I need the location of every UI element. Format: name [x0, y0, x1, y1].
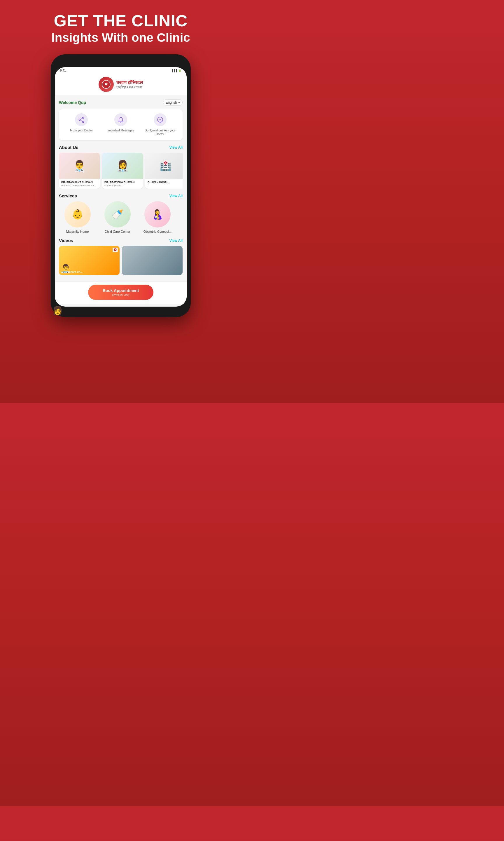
- status-time: 9:41: [60, 69, 66, 72]
- services-title: Services: [59, 193, 77, 198]
- book-appointment-button[interactable]: Book Appointment (Physical Visit): [88, 285, 154, 300]
- videos-section: Videos View All 👨‍⚕️ Dr. Prashant Ch... …: [59, 238, 183, 275]
- info-cards-container: From your Doctor Important Messages: [59, 109, 183, 140]
- hospital-name: CHAVAN HOSP...: [148, 181, 183, 184]
- video-thumb-2[interactable]: 👩: [122, 246, 183, 275]
- app-header: ❤ चव्हाण हॉस्पिटल प्रसूतिगृह व बाल रुग्ण…: [55, 74, 187, 96]
- obstetric-image: 🤱: [144, 201, 170, 227]
- book-bar: Book Appointment (Physical Visit): [55, 281, 187, 304]
- doctor-card-1[interactable]: 👨‍⚕️ DR. PRASHANT CHAVAN M.B.B.S., DCH (…: [59, 153, 100, 189]
- logo-icon: ❤: [98, 77, 114, 92]
- book-btn-sublabel: (Physical Visit): [112, 293, 129, 296]
- service-childcare[interactable]: 🍼 Child Care Center: [99, 201, 136, 233]
- about-title: About Us: [59, 145, 78, 150]
- hospital-logo: ❤ चव्हाण हॉस्पिटल प्रसूतिगृह व बाल रुग्ण…: [98, 77, 143, 92]
- childcare-label: Child Care Center: [105, 230, 130, 233]
- video2-icon: 👩: [55, 306, 63, 307]
- phone-screen: 9:41 ▐▐▐ 🔋 ❤ चव्हाण हॉस्पिटल प्रसूतिगृह …: [55, 67, 187, 307]
- hospital-desc: .: [148, 184, 183, 187]
- phone-notch: [103, 59, 138, 66]
- welcome-text: Welcome Qup: [59, 100, 86, 105]
- doctor2-image: 👩‍⚕️: [102, 153, 143, 179]
- about-section: About Us View All 👨‍⚕️ DR. PRASHANT CHAV…: [59, 145, 183, 189]
- services-section-header: Services View All: [59, 193, 183, 198]
- hospital-name-hindi: चव्हाण हॉस्पिटल: [116, 80, 143, 85]
- language-chevron: ▾: [178, 101, 180, 105]
- video1-doctor-icon: 👨‍⚕️: [61, 264, 71, 273]
- headline-main: GET THE CLINIC: [51, 12, 190, 30]
- doctor1-degree: M.B.B.S., DCH (Chhatrapati Sa...: [61, 184, 97, 187]
- language-selector[interactable]: English ▾: [163, 99, 183, 106]
- info-card-question-label: Got Question? Ask your Doctor: [142, 128, 178, 136]
- video1-badge: [112, 247, 118, 252]
- videos-section-header: Videos View All: [59, 238, 183, 243]
- doctor1-name: DR. PRASHANT CHAVAN: [61, 181, 97, 184]
- doctor1-image: 👨‍⚕️: [59, 153, 100, 179]
- svg-point-2: [83, 117, 84, 119]
- info-card-doctor[interactable]: From your Doctor: [64, 113, 99, 136]
- maternity-label: Maternity Home: [66, 230, 89, 233]
- services-cards: 👶 Maternity Home 🍼 Child Care Center 🤱 O…: [59, 201, 183, 233]
- question-icon: ?: [154, 113, 166, 126]
- svg-text:?: ?: [159, 118, 161, 122]
- hospital-image: 🏥: [145, 153, 183, 179]
- book-btn-label: Book Appointment: [103, 288, 139, 293]
- hospital-info: CHAVAN HOSP... .: [145, 179, 183, 189]
- language-label: English: [166, 101, 177, 105]
- services-section: Services View All 👶 Maternity Home 🍼 Chi…: [59, 193, 183, 233]
- obstetric-label: Obstetric Gynecol...: [144, 230, 172, 233]
- svg-point-4: [83, 121, 84, 123]
- maternity-image: 👶: [65, 201, 91, 227]
- doctor2-name: DR. PRATIBHA CHAVAN: [104, 181, 141, 184]
- service-obstetric[interactable]: 🤱 Obstetric Gynecol...: [139, 201, 176, 233]
- status-bar: 9:41 ▐▐▐ 🔋: [55, 67, 187, 74]
- videos-title: Videos: [59, 238, 73, 243]
- doctor2-info: DR. PRATIBHA CHAVAN M.B.B.S.,(Pune)...: [102, 179, 143, 189]
- about-view-all[interactable]: View All: [169, 145, 183, 150]
- about-section-header: About Us View All: [59, 145, 183, 150]
- status-icons: ▐▐▐ 🔋: [172, 69, 181, 72]
- svg-line-5: [80, 118, 83, 120]
- doctor1-info: DR. PRASHANT CHAVAN M.B.B.S., DCH (Chhat…: [59, 179, 100, 189]
- welcome-row: Welcome Qup English ▾: [59, 99, 183, 106]
- about-cards: 👨‍⚕️ DR. PRASHANT CHAVAN M.B.B.S., DCH (…: [59, 153, 183, 189]
- logo-text: चव्हाण हॉस्पिटल प्रसूतिगृह व बाल रुग्णाल…: [116, 80, 143, 89]
- share-icon: [75, 113, 88, 126]
- doctor2-degree: M.B.B.S.,(Pune)...: [104, 184, 141, 187]
- videos-view-all[interactable]: View All: [169, 239, 183, 243]
- svg-line-6: [80, 120, 83, 121]
- phone-frame: 9:41 ▐▐▐ 🔋 ❤ चव्हाण हॉस्पिटल प्रसूतिगृह …: [51, 54, 191, 317]
- hospital-card[interactable]: 🏥 CHAVAN HOSP... .: [145, 153, 183, 189]
- video-thumb-1[interactable]: 👨‍⚕️ Dr. Prashant Ch...: [59, 246, 120, 275]
- app-body: Welcome Qup English ▾: [55, 96, 187, 281]
- info-card-question[interactable]: ? Got Question? Ask your Doctor: [142, 113, 178, 136]
- childcare-image: 🍼: [104, 201, 131, 227]
- info-card-doctor-label: From your Doctor: [70, 128, 93, 132]
- videos-row: 👨‍⚕️ Dr. Prashant Ch... 👩: [59, 246, 183, 275]
- info-card-messages-label: Important Messages: [108, 128, 134, 132]
- bell-icon: [114, 113, 127, 126]
- doctor-card-2[interactable]: 👩‍⚕️ DR. PRATIBHA CHAVAN M.B.B.S.,(Pune)…: [102, 153, 143, 189]
- svg-text:❤: ❤: [104, 82, 108, 87]
- signal-icon: ▐▐▐: [172, 69, 177, 72]
- headline-block: GET THE CLINIC Insights With one Clinic: [51, 12, 190, 46]
- headline-sub: Insights With one Clinic: [51, 30, 190, 46]
- battery-icon: 🔋: [178, 69, 181, 72]
- services-view-all[interactable]: View All: [169, 194, 183, 198]
- svg-point-3: [79, 119, 80, 121]
- service-maternity[interactable]: 👶 Maternity Home: [59, 201, 96, 233]
- info-card-messages[interactable]: Important Messages: [103, 113, 138, 136]
- hospital-subtitle: प्रसूतिगृह व बाल रुग्णालय: [116, 85, 143, 89]
